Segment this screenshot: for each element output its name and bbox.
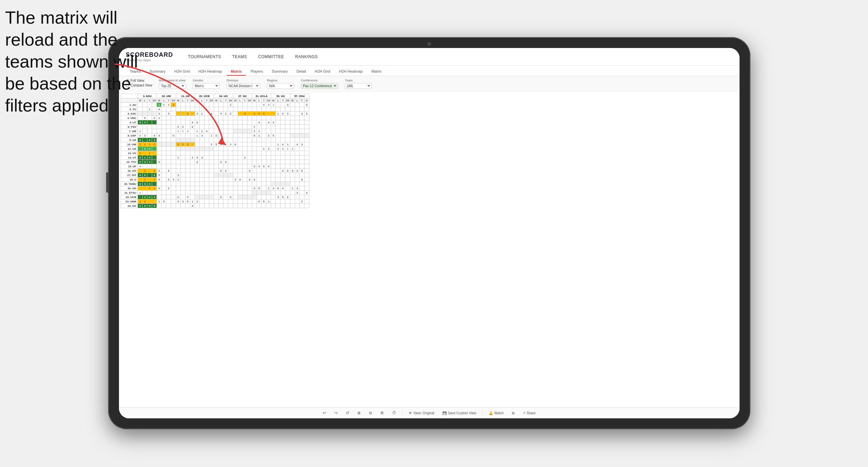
settings-button[interactable]: ⚙ [378, 410, 386, 416]
tab-matrix[interactable]: Matrix [227, 68, 246, 76]
matrix-cell: 0 [147, 147, 152, 151]
layout-button[interactable]: ⊞ [510, 410, 516, 416]
row-header: 13. UT [121, 155, 138, 160]
matrix-cell [238, 173, 242, 177]
gender-filter: Gender Men's Women's [193, 79, 220, 89]
max-teams-select[interactable]: Top 25 Top 10 All [159, 83, 186, 89]
matrix-cell [257, 151, 262, 155]
matrix-cell [276, 155, 281, 160]
matrix-cell [171, 164, 176, 169]
matrix-cell [176, 186, 180, 191]
nav-tournaments[interactable]: TOURNAMENTS [183, 53, 226, 61]
redo-button[interactable]: ↪ [332, 410, 340, 416]
matrix-cell [180, 103, 185, 107]
nav-teams[interactable]: TEAMS [227, 53, 252, 61]
matrix-cell [157, 191, 162, 195]
matrix-cell: 5 [257, 186, 262, 191]
matrix-cell: 1 [157, 103, 162, 107]
undo-button[interactable]: ↩ [321, 410, 328, 416]
matrix-cell [233, 195, 238, 199]
zoom-icon: ⊕ [357, 411, 361, 415]
matrix-cell [257, 204, 262, 208]
share-button[interactable]: ↗ Share [521, 410, 538, 416]
watch-button[interactable]: 🔔 Watch [487, 410, 506, 416]
matrix-cell: 4 [223, 160, 228, 164]
matrix-cell [195, 177, 200, 182]
tab-h2h-grid[interactable]: H2H Grid [170, 68, 194, 76]
annotation-text: The matrix will reload and the teams sho… [5, 7, 150, 117]
tab-detail[interactable]: Detail [292, 68, 310, 76]
matrix-cell [233, 116, 238, 120]
matrix-cell: 3 [257, 129, 262, 133]
matrix-cell: 0 [138, 129, 143, 133]
matrix-cell [242, 186, 247, 191]
matrix-cell [162, 151, 166, 155]
matrix-cell [304, 142, 309, 147]
matrix-cell [281, 125, 285, 129]
matrix-container[interactable]: 3. ASU 10. UW 11. UA 22. UCB 24. UO 27. … [119, 92, 740, 407]
matrix-cell [295, 116, 299, 120]
tab-h2h-heatmap[interactable]: H2H Heatmap [194, 68, 226, 76]
matrix-cell [304, 120, 309, 125]
matrix-cell [180, 138, 185, 142]
tab-h2h-grid2[interactable]: H2H Grid [311, 68, 334, 76]
matrix-cell: 1 [143, 155, 147, 160]
matrix-cell: 1 [276, 142, 281, 147]
matrix-cell [299, 191, 304, 195]
matrix-cell: 1 [180, 129, 185, 133]
zoom-out-button[interactable]: ⊖ [367, 410, 374, 416]
matrix-cell [252, 107, 257, 112]
tab-summary2[interactable]: Summary [268, 68, 292, 76]
reset-button[interactable]: ↺ [344, 410, 351, 416]
matrix-cell [185, 191, 190, 195]
matrix-cell [162, 125, 166, 129]
matrix-cell [195, 116, 200, 120]
matrix-cell: 3 [180, 199, 185, 204]
row-header: 22. UCB [121, 195, 138, 199]
matrix-cell: 5 [143, 147, 147, 151]
conference-select[interactable]: Pac-12 Conference (All) ACC Big Ten [301, 83, 338, 89]
matrix-cell [200, 186, 204, 191]
region-select[interactable]: N/A East West [267, 83, 294, 89]
matrix-cell: 1 [152, 186, 157, 191]
matrix-cell: 0 [138, 138, 143, 142]
matrix-cell [214, 147, 219, 151]
view-original-label: View: Original [413, 411, 434, 415]
sub-uo-dif: Dif [228, 98, 233, 103]
tab-h2h-heatmap2[interactable]: H2H Heatmap [335, 68, 367, 76]
matrix-cell [295, 177, 299, 182]
save-custom-button[interactable]: 💾 Save Custom View [440, 410, 478, 416]
matrix-cell [228, 151, 233, 155]
view-original-button[interactable]: 👁 View: Original [407, 410, 436, 416]
matrix-cell: 1 [138, 142, 143, 147]
matrix-cell [162, 204, 166, 208]
gender-select[interactable]: Men's Women's [193, 83, 220, 89]
matrix-cell [304, 186, 309, 191]
matrix-cell [209, 129, 214, 133]
matrix-cell [299, 116, 304, 120]
matrix-cell: 5 [152, 204, 157, 208]
matrix-cell: 2 [271, 186, 276, 191]
matrix-cell [290, 182, 295, 186]
nav-committee[interactable]: COMMITTEE [254, 53, 289, 61]
matrix-cell: 0 [219, 195, 223, 199]
matrix-cell [204, 191, 209, 195]
matrix-cell [200, 204, 204, 208]
matrix-cell [166, 182, 171, 186]
matrix-cell [304, 182, 309, 186]
matrix-cell [176, 191, 180, 195]
sub-su-l: L [238, 98, 242, 103]
nav-rankings[interactable]: RANKINGS [290, 53, 322, 61]
tab-matrix2[interactable]: Matrix [367, 68, 386, 76]
matrix-cell: 4 [209, 112, 214, 116]
division-select[interactable]: NCAA Division I NCAA Division II NCAA Di… [226, 83, 260, 89]
timer-button[interactable]: ⏱ [390, 410, 398, 416]
zoom-fit-button[interactable]: ⊕ [355, 410, 363, 416]
matrix-cell [195, 125, 200, 129]
division-filter: Division NCAA Division I NCAA Division I… [226, 79, 260, 89]
matrix-cell [285, 160, 290, 164]
tab-players[interactable]: Players [246, 68, 267, 76]
matrix-cell: 4 [147, 138, 152, 142]
share-label: Share [527, 411, 536, 415]
team-select[interactable]: (All) [345, 83, 372, 89]
